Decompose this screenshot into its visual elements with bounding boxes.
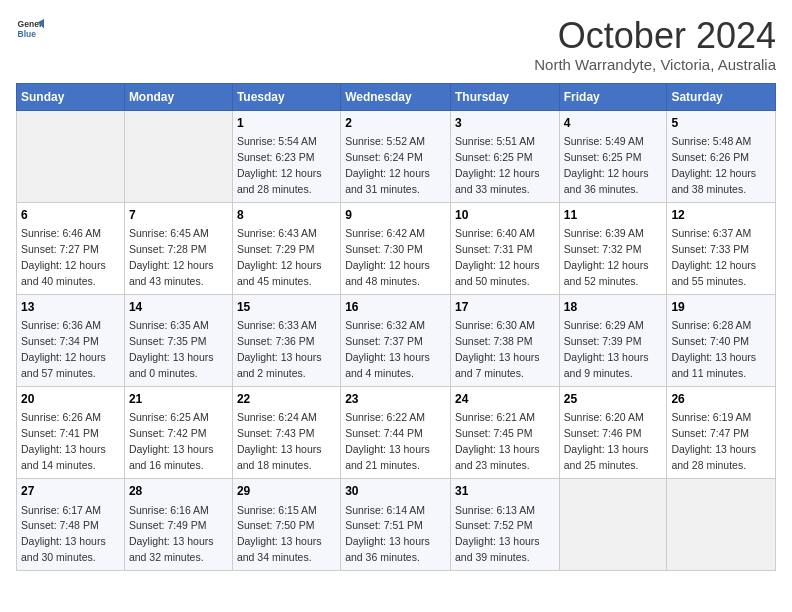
day-info: Sunrise: 6:26 AM Sunset: 7:41 PM Dayligh… — [21, 411, 106, 471]
day-info: Sunrise: 6:43 AM Sunset: 7:29 PM Dayligh… — [237, 227, 322, 287]
day-number: 12 — [671, 207, 771, 224]
day-info: Sunrise: 6:25 AM Sunset: 7:42 PM Dayligh… — [129, 411, 214, 471]
day-info: Sunrise: 6:37 AM Sunset: 7:33 PM Dayligh… — [671, 227, 756, 287]
day-cell: 16Sunrise: 6:32 AM Sunset: 7:37 PM Dayli… — [341, 294, 451, 386]
day-number: 16 — [345, 299, 446, 316]
month-title: October 2024 — [534, 16, 776, 56]
day-info: Sunrise: 5:48 AM Sunset: 6:26 PM Dayligh… — [671, 135, 756, 195]
day-number: 6 — [21, 207, 120, 224]
day-number: 18 — [564, 299, 663, 316]
logo-icon: General Blue — [16, 16, 44, 44]
week-row-0: 1Sunrise: 5:54 AM Sunset: 6:23 PM Daylig… — [17, 110, 776, 202]
day-info: Sunrise: 6:13 AM Sunset: 7:52 PM Dayligh… — [455, 504, 540, 564]
day-cell — [17, 110, 125, 202]
day-number: 1 — [237, 115, 336, 132]
day-cell: 28Sunrise: 6:16 AM Sunset: 7:49 PM Dayli… — [124, 479, 232, 571]
day-number: 7 — [129, 207, 228, 224]
day-cell: 29Sunrise: 6:15 AM Sunset: 7:50 PM Dayli… — [232, 479, 340, 571]
day-number: 11 — [564, 207, 663, 224]
day-cell: 9Sunrise: 6:42 AM Sunset: 7:30 PM Daylig… — [341, 202, 451, 294]
day-info: Sunrise: 6:30 AM Sunset: 7:38 PM Dayligh… — [455, 319, 540, 379]
day-number: 24 — [455, 391, 555, 408]
day-cell: 22Sunrise: 6:24 AM Sunset: 7:43 PM Dayli… — [232, 387, 340, 479]
day-cell: 6Sunrise: 6:46 AM Sunset: 7:27 PM Daylig… — [17, 202, 125, 294]
day-cell: 30Sunrise: 6:14 AM Sunset: 7:51 PM Dayli… — [341, 479, 451, 571]
location-title: North Warrandyte, Victoria, Australia — [534, 56, 776, 73]
header-friday: Friday — [559, 83, 667, 110]
week-row-1: 6Sunrise: 6:46 AM Sunset: 7:27 PM Daylig… — [17, 202, 776, 294]
header-wednesday: Wednesday — [341, 83, 451, 110]
day-cell: 3Sunrise: 5:51 AM Sunset: 6:25 PM Daylig… — [450, 110, 559, 202]
day-info: Sunrise: 5:54 AM Sunset: 6:23 PM Dayligh… — [237, 135, 322, 195]
day-info: Sunrise: 6:36 AM Sunset: 7:34 PM Dayligh… — [21, 319, 106, 379]
week-row-3: 20Sunrise: 6:26 AM Sunset: 7:41 PM Dayli… — [17, 387, 776, 479]
day-info: Sunrise: 6:16 AM Sunset: 7:49 PM Dayligh… — [129, 504, 214, 564]
day-cell: 20Sunrise: 6:26 AM Sunset: 7:41 PM Dayli… — [17, 387, 125, 479]
day-cell: 18Sunrise: 6:29 AM Sunset: 7:39 PM Dayli… — [559, 294, 667, 386]
day-info: Sunrise: 6:32 AM Sunset: 7:37 PM Dayligh… — [345, 319, 430, 379]
day-cell: 21Sunrise: 6:25 AM Sunset: 7:42 PM Dayli… — [124, 387, 232, 479]
day-cell: 7Sunrise: 6:45 AM Sunset: 7:28 PM Daylig… — [124, 202, 232, 294]
week-row-4: 27Sunrise: 6:17 AM Sunset: 7:48 PM Dayli… — [17, 479, 776, 571]
day-cell: 14Sunrise: 6:35 AM Sunset: 7:35 PM Dayli… — [124, 294, 232, 386]
day-number: 19 — [671, 299, 771, 316]
day-number: 13 — [21, 299, 120, 316]
day-info: Sunrise: 6:15 AM Sunset: 7:50 PM Dayligh… — [237, 504, 322, 564]
day-number: 22 — [237, 391, 336, 408]
day-info: Sunrise: 6:39 AM Sunset: 7:32 PM Dayligh… — [564, 227, 649, 287]
header-saturday: Saturday — [667, 83, 776, 110]
day-number: 3 — [455, 115, 555, 132]
day-info: Sunrise: 6:46 AM Sunset: 7:27 PM Dayligh… — [21, 227, 106, 287]
day-cell — [559, 479, 667, 571]
logo: General Blue — [16, 16, 44, 44]
day-cell: 31Sunrise: 6:13 AM Sunset: 7:52 PM Dayli… — [450, 479, 559, 571]
title-block: October 2024 North Warrandyte, Victoria,… — [534, 16, 776, 73]
day-info: Sunrise: 5:52 AM Sunset: 6:24 PM Dayligh… — [345, 135, 430, 195]
day-cell: 11Sunrise: 6:39 AM Sunset: 7:32 PM Dayli… — [559, 202, 667, 294]
day-cell — [124, 110, 232, 202]
day-info: Sunrise: 6:29 AM Sunset: 7:39 PM Dayligh… — [564, 319, 649, 379]
day-number: 9 — [345, 207, 446, 224]
day-number: 17 — [455, 299, 555, 316]
day-info: Sunrise: 6:33 AM Sunset: 7:36 PM Dayligh… — [237, 319, 322, 379]
day-cell: 1Sunrise: 5:54 AM Sunset: 6:23 PM Daylig… — [232, 110, 340, 202]
day-number: 30 — [345, 483, 446, 500]
day-number: 14 — [129, 299, 228, 316]
day-cell: 17Sunrise: 6:30 AM Sunset: 7:38 PM Dayli… — [450, 294, 559, 386]
header-monday: Monday — [124, 83, 232, 110]
day-number: 5 — [671, 115, 771, 132]
day-number: 25 — [564, 391, 663, 408]
calendar-table: SundayMondayTuesdayWednesdayThursdayFrid… — [16, 83, 776, 572]
svg-text:Blue: Blue — [18, 29, 37, 39]
day-cell: 12Sunrise: 6:37 AM Sunset: 7:33 PM Dayli… — [667, 202, 776, 294]
day-number: 4 — [564, 115, 663, 132]
day-cell: 4Sunrise: 5:49 AM Sunset: 6:25 PM Daylig… — [559, 110, 667, 202]
day-cell: 15Sunrise: 6:33 AM Sunset: 7:36 PM Dayli… — [232, 294, 340, 386]
header-row: SundayMondayTuesdayWednesdayThursdayFrid… — [17, 83, 776, 110]
day-cell: 23Sunrise: 6:22 AM Sunset: 7:44 PM Dayli… — [341, 387, 451, 479]
day-cell: 19Sunrise: 6:28 AM Sunset: 7:40 PM Dayli… — [667, 294, 776, 386]
header-tuesday: Tuesday — [232, 83, 340, 110]
day-number: 23 — [345, 391, 446, 408]
day-info: Sunrise: 6:45 AM Sunset: 7:28 PM Dayligh… — [129, 227, 214, 287]
header-thursday: Thursday — [450, 83, 559, 110]
day-info: Sunrise: 6:22 AM Sunset: 7:44 PM Dayligh… — [345, 411, 430, 471]
day-info: Sunrise: 6:14 AM Sunset: 7:51 PM Dayligh… — [345, 504, 430, 564]
day-number: 15 — [237, 299, 336, 316]
day-cell: 10Sunrise: 6:40 AM Sunset: 7:31 PM Dayli… — [450, 202, 559, 294]
day-number: 29 — [237, 483, 336, 500]
day-cell: 8Sunrise: 6:43 AM Sunset: 7:29 PM Daylig… — [232, 202, 340, 294]
day-cell: 25Sunrise: 6:20 AM Sunset: 7:46 PM Dayli… — [559, 387, 667, 479]
day-info: Sunrise: 5:49 AM Sunset: 6:25 PM Dayligh… — [564, 135, 649, 195]
day-cell: 5Sunrise: 5:48 AM Sunset: 6:26 PM Daylig… — [667, 110, 776, 202]
day-cell: 26Sunrise: 6:19 AM Sunset: 7:47 PM Dayli… — [667, 387, 776, 479]
header-sunday: Sunday — [17, 83, 125, 110]
week-row-2: 13Sunrise: 6:36 AM Sunset: 7:34 PM Dayli… — [17, 294, 776, 386]
day-cell: 27Sunrise: 6:17 AM Sunset: 7:48 PM Dayli… — [17, 479, 125, 571]
day-info: Sunrise: 6:20 AM Sunset: 7:46 PM Dayligh… — [564, 411, 649, 471]
day-number: 28 — [129, 483, 228, 500]
day-cell — [667, 479, 776, 571]
day-number: 27 — [21, 483, 120, 500]
day-info: Sunrise: 6:24 AM Sunset: 7:43 PM Dayligh… — [237, 411, 322, 471]
day-cell: 24Sunrise: 6:21 AM Sunset: 7:45 PM Dayli… — [450, 387, 559, 479]
